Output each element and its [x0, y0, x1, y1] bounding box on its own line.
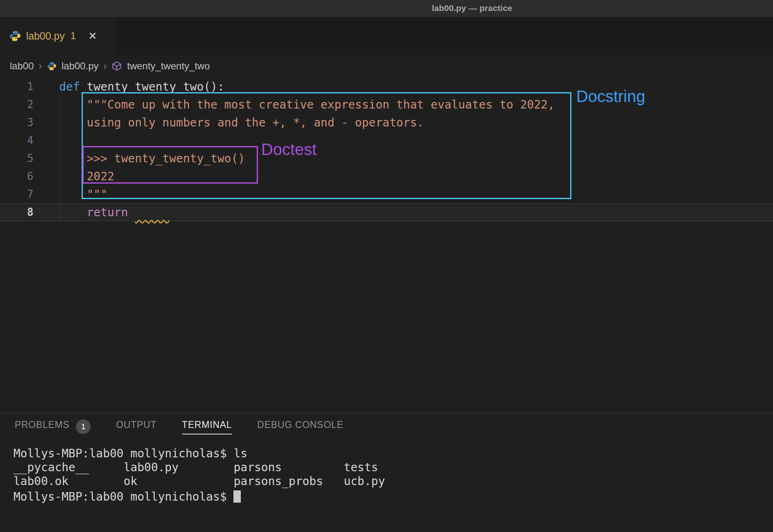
code-line: 1 def twenty_twenty_two(): — [0, 78, 773, 95]
tab-problem-badge: 1 — [71, 30, 76, 42]
breadcrumb-symbol[interactable]: twenty_twenty_two — [127, 60, 210, 72]
window-title: lab00.py — practice — [432, 3, 512, 13]
breadcrumb-folder[interactable]: lab00 — [10, 60, 34, 72]
window-titlebar: lab00.py — practice — [0, 0, 773, 17]
code-line: 4 — [0, 131, 773, 149]
tab-problems[interactable]: PROBLEMS 1 — [15, 419, 91, 434]
breadcrumb: lab00 › lab00.py › twenty_twenty_two — [0, 55, 773, 78]
line-number: 5 — [0, 152, 41, 164]
docstring-annotation-label: Docstring — [576, 87, 645, 106]
tab-terminal[interactable]: TERMINAL — [182, 419, 232, 434]
code-line: 6 2022 — [0, 167, 773, 185]
docstring-text: """ — [59, 188, 107, 201]
chevron-right-icon: › — [39, 60, 42, 72]
chevron-right-icon: › — [103, 60, 107, 72]
code-line: 7 """ — [0, 185, 773, 203]
line-number: 1 — [0, 80, 41, 93]
terminal-prompt-line: Mollys-MBP:lab00 mollynicholas$ — [13, 488, 773, 502]
doctest-annotation-label: Doctest — [261, 140, 317, 159]
close-icon[interactable]: ✕ — [88, 30, 97, 42]
code-editor[interactable]: 1 def twenty_twenty_two(): 2 """Come up … — [0, 78, 773, 413]
line-number: 7 — [0, 188, 41, 200]
code-line: 2 """Come up with the most creative expr… — [0, 95, 773, 113]
code-line: 5 >>> twenty_twenty_two() — [0, 149, 773, 167]
panel-tab-label: DEBUG CONSOLE — [257, 419, 343, 434]
terminal-prompt: Mollys-MBP:lab00 mollynicholas$ — [13, 490, 233, 503]
python-icon — [47, 61, 57, 71]
breadcrumb-file[interactable]: lab00.py — [62, 60, 99, 72]
line-number: 6 — [0, 170, 41, 182]
docstring-text: """Come up with the most creative expres… — [59, 98, 555, 111]
terminal-line: __pycache__ lab00.py parsons tests — [13, 461, 773, 474]
tab-lab00[interactable]: lab00.py 1 ✕ — [0, 17, 115, 55]
code-keyword: def — [59, 80, 87, 93]
tab-label: lab00.py — [26, 30, 65, 42]
code-text — [128, 206, 135, 219]
return-keyword: return — [87, 206, 128, 219]
symbol-cube-icon — [111, 61, 122, 71]
line-number: 4 — [0, 134, 41, 146]
terminal-line: Mollys-MBP:lab00 mollynicholas$ ls — [13, 447, 773, 461]
code-text: twenty_twenty_two(): — [87, 80, 224, 93]
line-number: 3 — [0, 116, 41, 129]
line-number: 2 — [0, 98, 41, 111]
tab-debug-console[interactable]: DEBUG CONSOLE — [257, 419, 343, 434]
warning-squiggle — [135, 206, 169, 219]
doctest-text: >>> twenty_twenty_two() — [59, 152, 245, 165]
terminal[interactable]: Mollys-MBP:lab00 mollynicholas$ ls __pyc… — [0, 440, 773, 502]
panel-tab-bar: PROBLEMS 1 OUTPUT TERMINAL DEBUG CONSOLE — [0, 413, 773, 440]
indent-guide — [60, 96, 60, 221]
bottom-panel: PROBLEMS 1 OUTPUT TERMINAL DEBUG CONSOLE… — [0, 413, 773, 532]
code-line: 3 using only numbers and the +, *, and -… — [0, 113, 773, 131]
editor-tab-strip: lab00.py 1 ✕ — [0, 17, 773, 55]
terminal-line: lab00.ok ok parsons_probs ucb.py — [13, 474, 773, 488]
tab-output[interactable]: OUTPUT — [116, 419, 156, 434]
panel-tab-label: OUTPUT — [116, 419, 156, 434]
code-indent — [59, 206, 87, 219]
docstring-text: using only numbers and the +, *, and - o… — [59, 116, 424, 129]
code-line-current: 8 return — [0, 203, 773, 221]
doctest-text: 2022 — [59, 170, 114, 183]
line-number: 8 — [0, 206, 41, 218]
python-icon — [9, 30, 21, 42]
panel-tab-label: TERMINAL — [182, 419, 232, 434]
panel-tab-label: PROBLEMS — [15, 419, 69, 434]
terminal-cursor — [233, 490, 241, 503]
problems-count-badge: 1 — [76, 419, 91, 434]
